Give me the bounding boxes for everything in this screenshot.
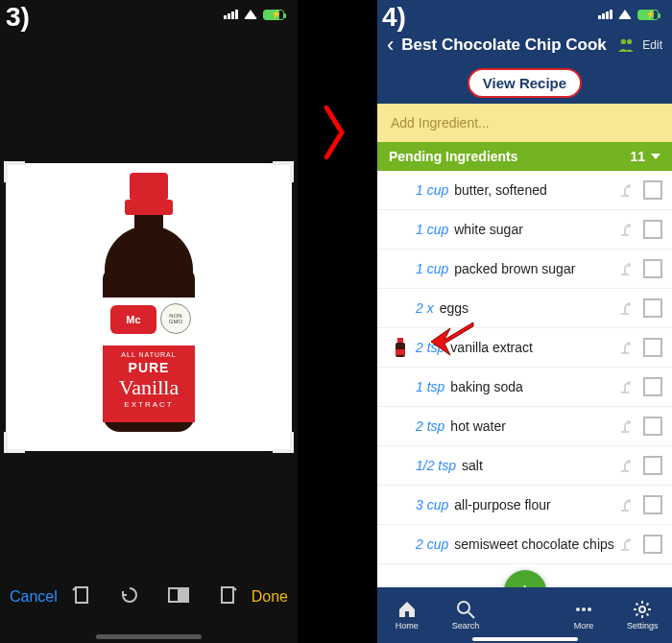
svg-point-18: [588, 607, 591, 611]
tab-settings[interactable]: Settings: [613, 587, 672, 643]
ingredient-name: all-purpose flour: [454, 497, 616, 512]
cancel-button[interactable]: Cancel: [10, 588, 58, 606]
label-pure: PURE: [103, 360, 195, 375]
microscope-icon[interactable]: [616, 181, 634, 199]
microscope-icon[interactable]: [616, 457, 634, 474]
ingredient-row[interactable]: 1 cupbutter, softened: [377, 171, 672, 210]
ingredient-list: 1 cupbutter, softened1 cupwhite sugar1 c…: [377, 171, 672, 564]
ingredient-checkbox[interactable]: [643, 417, 662, 436]
svg-point-16: [576, 607, 580, 611]
ingredient-thumb: [391, 336, 410, 359]
tab-search-label: Search: [452, 621, 480, 631]
status-bar: ⚡: [377, 0, 672, 29]
edit-button[interactable]: Edit: [642, 38, 662, 52]
ingredient-checkbox[interactable]: [643, 535, 662, 554]
svg-point-19: [639, 607, 645, 612]
microscope-icon[interactable]: [616, 221, 634, 238]
svg-point-3: [627, 39, 632, 44]
ingredient-row[interactable]: 3 cupall-purpose flour: [377, 486, 672, 525]
tab-more[interactable]: More: [554, 587, 612, 643]
ingredient-qty: 1 tsp: [416, 379, 444, 394]
ingredient-name: vanilla extract: [450, 340, 616, 355]
home-indicator[interactable]: [96, 634, 202, 639]
people-icon[interactable]: [617, 37, 635, 53]
ingredient-row[interactable]: 1 cuppacked brown sugar: [377, 250, 672, 289]
microscope-icon[interactable]: [616, 299, 634, 317]
back-button[interactable]: ‹: [387, 33, 394, 58]
ingredient-qty: 1 cup: [416, 261, 448, 276]
more-icon: [574, 600, 593, 619]
photo-crop-area[interactable]: Mc NONGMO ALL NATURAL PURE Vanilla EXTRA…: [0, 163, 298, 451]
pending-label: Pending Ingredients: [389, 149, 518, 164]
microscope-icon[interactable]: [616, 417, 634, 435]
crop-handle-tr[interactable]: [273, 161, 294, 182]
svg-line-15: [468, 612, 474, 618]
ingredient-checkbox[interactable]: [643, 338, 662, 357]
label-extract: EXTRACT: [103, 400, 195, 409]
aspect-ratio-icon[interactable]: [168, 587, 189, 607]
svg-point-12: [627, 499, 631, 503]
callout-arrow-icon: [427, 319, 475, 360]
pending-ingredients-header[interactable]: Pending Ingredients 11: [377, 142, 672, 171]
reset-icon[interactable]: [120, 585, 139, 608]
ingredient-qty: 2 tsp: [416, 418, 444, 434]
page-title: Best Chocolate Chip Cook: [401, 36, 610, 55]
ingredient-name: eggs: [440, 300, 616, 316]
crop-handle-br[interactable]: [273, 432, 294, 453]
crop-frame[interactable]: Mc NONGMO ALL NATURAL PURE Vanilla EXTRA…: [6, 163, 292, 451]
view-recipe-button[interactable]: View Recipe: [468, 68, 582, 98]
add-ingredient-input[interactable]: Add Ingredient...: [377, 104, 672, 142]
tab-search[interactable]: Search: [436, 587, 494, 643]
ingredient-thumb: [391, 179, 410, 202]
ingredient-row[interactable]: 1 cupwhite sugar: [377, 210, 672, 250]
ingredient-row[interactable]: 2 tspvanilla extract: [377, 328, 672, 368]
done-button[interactable]: Done: [252, 588, 288, 606]
ingredient-name: white sugar: [454, 222, 616, 237]
ingredient-row[interactable]: 1 tspbaking soda: [377, 368, 672, 407]
home-indicator[interactable]: [472, 637, 578, 641]
ingredient-row[interactable]: 1/2 tspsalt: [377, 446, 672, 486]
microscope-icon[interactable]: [616, 260, 634, 277]
ingredient-name: salt: [462, 458, 616, 473]
crop-handle-bl[interactable]: [4, 432, 25, 453]
microscope-icon[interactable]: [616, 496, 634, 513]
svg-point-8: [627, 342, 631, 345]
ingredient-name: semisweet chocolate chips: [454, 536, 616, 552]
photo-crop-screen: ⚡ Mc NONGMO ALL NATURAL PURE Vanilla EXT…: [0, 0, 298, 643]
tab-bar: Home Search More Settings: [377, 587, 672, 643]
flip-icon[interactable]: [218, 585, 237, 608]
ingredient-thumb: [391, 375, 410, 398]
ingredient-row[interactable]: 2 cupsemisweet chocolate chips: [377, 525, 672, 564]
signal-icon: [598, 10, 612, 19]
microscope-icon[interactable]: [616, 378, 634, 395]
tab-home[interactable]: Home: [377, 587, 436, 643]
transition-arrow-icon: [324, 106, 346, 163]
microscope-icon[interactable]: [616, 536, 634, 553]
ingredient-checkbox[interactable]: [643, 220, 662, 239]
tab-add-spacer: [495, 587, 554, 643]
ingredient-checkbox[interactable]: [643, 259, 662, 278]
rotate-left-icon[interactable]: [72, 585, 91, 608]
brand-logo: Mc: [110, 305, 156, 334]
svg-rect-1: [178, 588, 188, 602]
search-icon: [456, 600, 475, 619]
status-bar: ⚡: [0, 0, 298, 29]
ingredient-thumb: [391, 533, 410, 556]
svg-point-11: [627, 460, 631, 464]
ingredient-row[interactable]: 2 xeggs: [377, 289, 672, 328]
ingredient-qty: 1 cup: [416, 222, 448, 237]
tab-home-label: Home: [396, 621, 419, 631]
gear-icon: [633, 600, 652, 619]
ingredient-checkbox[interactable]: [643, 377, 662, 396]
microscope-icon[interactable]: [616, 339, 634, 356]
crop-handle-tl[interactable]: [4, 161, 25, 182]
ingredient-qty: 1 cup: [416, 182, 448, 198]
svg-point-9: [627, 381, 631, 385]
ingredient-checkbox[interactable]: [643, 180, 662, 200]
product-image: Mc NONGMO ALL NATURAL PURE Vanilla EXTRA…: [82, 173, 216, 441]
ingredient-thumb: [391, 257, 410, 280]
ingredient-checkbox[interactable]: [643, 456, 662, 475]
ingredient-checkbox[interactable]: [643, 495, 662, 514]
ingredient-checkbox[interactable]: [643, 298, 662, 318]
ingredient-row[interactable]: 2 tsphot water: [377, 407, 672, 446]
